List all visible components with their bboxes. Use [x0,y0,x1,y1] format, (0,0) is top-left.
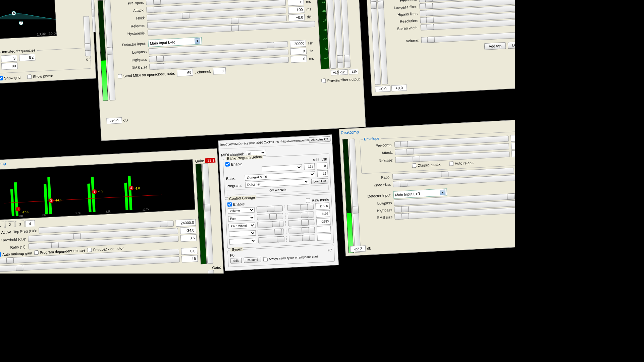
comp-highpass-label: Highpass [362,208,392,214]
sysex-label: Sysex [230,247,244,252]
chevron-down-icon: ▼ [195,38,200,44]
comp-attack2-input[interactable] [512,150,515,158]
xcomp-gain-slider2[interactable] [208,270,215,274]
lowpass-input[interactable] [290,40,306,47]
bank-label: Bank: [226,176,243,181]
cc-select-2[interactable]: Pitch Wheel [228,223,256,229]
highpass-input[interactable] [290,48,307,55]
feedbackdet-check[interactable] [87,248,92,252]
attack-input[interactable] [288,0,304,6]
bankprog-enable-check[interactable] [225,162,230,167]
hysteresis-label: Hysteresis: [115,31,146,37]
release-input[interactable] [288,14,305,21]
threshold-input[interactable] [180,227,196,234]
eq-val3[interactable] [1,62,18,70]
feedbackdet-label: Feedback detector [93,246,124,252]
svg-text:7: 7 [20,20,22,24]
cc-slider-3[interactable] [258,228,284,236]
channel-input[interactable] [213,67,226,75]
cc-select-4[interactable] [229,238,256,245]
xcomp-val5[interactable] [181,255,198,262]
cc-slider2-1[interactable] [288,212,314,219]
volume-label: Volume: [389,38,420,44]
volume-slider[interactable] [421,32,515,43]
cc-slider2-3[interactable] [288,227,315,234]
cc-val-1[interactable] [316,210,330,218]
preview-check[interactable] [321,78,326,83]
automakeup-check[interactable] [0,252,1,257]
xcomp-gain-label: Gain: [195,159,204,163]
eq-val1[interactable] [1,55,17,62]
topfreq-input[interactable] [175,219,196,227]
autorelease-check[interactable] [449,161,454,166]
release-label: Release: [115,23,146,29]
cc-slider-1[interactable] [257,213,283,220]
comp-attack-label: Attack: [363,150,393,156]
delay-val-l: +0.0 [375,85,391,92]
automakeup-label: Auto makeup gain [2,251,32,256]
threshold-label: Threshold (dB): [0,237,26,243]
xcomp-val4[interactable] [181,247,197,255]
cc-val-2[interactable] [316,218,331,225]
svg-text:4: 4 [13,11,15,15]
rmssize-label: RMS size [117,65,148,71]
ratio-label: Ratio (:1): [0,245,26,250]
cc-enable-check[interactable] [227,202,232,207]
cc-select-0[interactable]: Volume [228,207,255,214]
cc-slider2-2[interactable] [288,219,315,226]
classic-check[interactable] [412,163,417,168]
cc-val-4[interactable] [317,233,331,241]
tab-3[interactable]: 3 [15,221,25,227]
eq-val2[interactable] [19,54,36,61]
addtap-button[interactable]: Add tap [484,42,506,50]
xcomp-graph[interactable]: 1 2 3 4 -17.5-14.6-4.1-3.61003001.5k3.3k… [0,159,195,220]
gate-window: Pre-open:ms Attack:ms Hold:ms Release:dB… [94,0,366,141]
resolution-label: Resolution: [388,18,418,24]
msb-input[interactable] [304,163,315,170]
cc-slider-0[interactable] [257,205,283,213]
always-check[interactable] [263,257,268,261]
bank-subselect[interactable] [262,164,302,172]
loadfile-button[interactable]: Load File [311,178,328,184]
eq-graph[interactable]: 4 7 10.0k 20.0k [0,0,57,39]
comp-lowpass-label: Lowpass [362,201,392,206]
ratio-input[interactable] [180,234,197,242]
cc-slider2-0[interactable] [287,204,314,211]
cc-slider-2[interactable] [257,221,284,228]
cc-select-3[interactable] [229,230,256,237]
active-label: Active [1,230,11,235]
cc-select-1[interactable]: Pan [228,215,255,222]
preopen-label: Pre-open: [114,0,144,6]
resend-button[interactable]: Re-send [244,257,261,263]
showphase-label: Show phase [33,73,53,78]
lsb-input[interactable] [317,162,328,170]
cc-val-0[interactable] [315,202,330,210]
hipassfilter-label: Hipass filter: [387,11,418,17]
rawmode-check[interactable] [306,198,311,203]
gate-meter-l-val: +0.0 [331,70,338,75]
cc-slider2-4[interactable] [289,234,315,242]
showgrid-check[interactable] [0,76,3,81]
showphase-check[interactable] [27,74,32,79]
hold-input[interactable] [288,6,305,13]
tab-4[interactable]: 4 [25,220,35,227]
xcomp-window: aXcomp 1 2 3 4 [0,148,225,274]
rmssize-input[interactable] [291,55,307,63]
allnotesoff-button[interactable]: All Notes Off [309,136,331,143]
comp-detector-label: Detector input: [361,193,392,199]
bank-num[interactable] [317,170,328,177]
tab-1[interactable]: 1 [0,222,5,228]
deletetap-button[interactable]: Delete tap [507,41,515,49]
progdep-check[interactable] [34,250,39,255]
note-input[interactable] [177,69,193,76]
precomp-input[interactable] [511,135,515,142]
tab-2[interactable]: 2 [5,221,15,228]
comp-attack-input[interactable] [511,142,515,150]
cc-slider-4[interactable] [258,236,284,243]
edit-button[interactable]: Edit [230,258,241,264]
envelope-label: Envelope [363,136,381,141]
eq-slider-val: 5.1 [85,58,92,62]
cc-val-3[interactable] [317,226,331,233]
sendmidi-check[interactable] [117,74,122,78]
lowpassfilter-label: Lowpass filter: [387,4,418,10]
